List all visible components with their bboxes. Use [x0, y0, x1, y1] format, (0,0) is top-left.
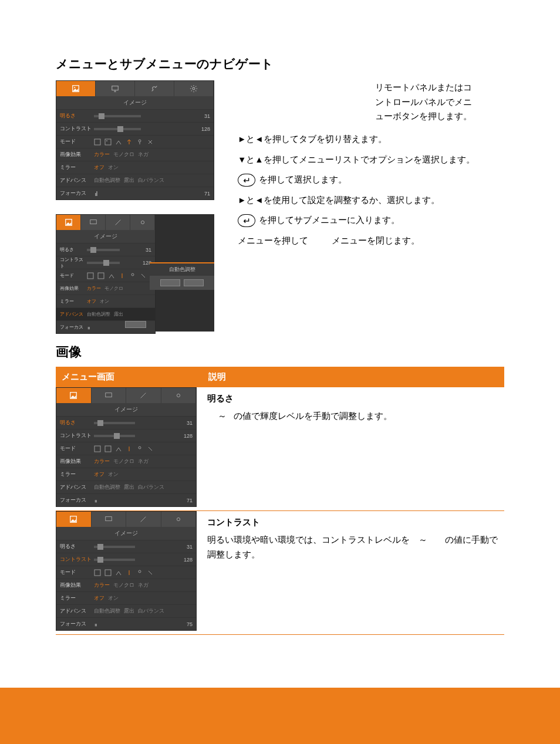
tab-tools-icon — [106, 215, 130, 230]
svg-rect-17 — [96, 191, 97, 194]
tab-settings-icon — [174, 81, 214, 96]
tab-presentation-icon — [96, 81, 135, 96]
instruction-close: メニューを押して メニューを閉じます。 — [238, 234, 504, 248]
svg-point-1 — [74, 87, 75, 88]
osd-row-effect: 画像効果 カラーモノクロネガ — [56, 148, 214, 161]
osd-row-contrast: コントラスト 128 — [56, 122, 214, 135]
svg-rect-33 — [106, 517, 112, 521]
heading-image: 画像 — [56, 343, 504, 361]
tab-tools-icon — [126, 388, 161, 403]
osd-row-brightness: 明るさ 31 — [56, 109, 214, 122]
osd-screenshot-2: イメージ 明るさ31 コントラスト128 モード 画像効果カラーモノクロ ミラー… — [56, 214, 214, 332]
tab-settings-icon — [130, 215, 155, 230]
instruction-adjust: ►と◄を使用して設定を調整するか、選択します。 — [238, 193, 504, 208]
instruction-enter-submenu: を押してサブメニューに入ります。 — [238, 213, 504, 228]
tab-tools-icon — [135, 81, 174, 96]
tab-image-icon — [56, 512, 92, 527]
svg-point-27 — [177, 394, 180, 397]
desc-title-contrast: コントラスト — [207, 517, 500, 528]
svg-line-8 — [191, 86, 192, 87]
osd-screenshot-contrast: イメージ 明るさ31 コントラスト128 モード 画像効果カラーモノクロネガ ミ… — [56, 511, 197, 631]
popup-button — [160, 279, 180, 286]
settings-table: メニュー画面 説明 イメージ — [56, 367, 504, 635]
svg-point-3 — [193, 87, 195, 90]
heading-nav: メニューとサブメニューのナビゲート — [56, 56, 504, 72]
desc-body-contrast: 明るい環境や暗い環境では、コントラストレベルを ～ の値に手動で調整します。 — [207, 533, 500, 562]
enter-icon — [238, 174, 255, 187]
svg-point-34 — [177, 518, 180, 520]
instruction-option-select: ▼と▲を押してメニューリストでオプションを選択します。 — [238, 153, 504, 167]
svg-point-23 — [131, 273, 134, 276]
table-row: イメージ 明るさ31 コントラスト128 モード 画像効果カラーモノクロネガ ミ… — [56, 511, 504, 635]
popup-button — [125, 321, 146, 328]
svg-line-9 — [195, 90, 196, 91]
page-footer — [0, 688, 560, 744]
svg-rect-21 — [87, 273, 93, 279]
osd-popup: 自動色調整 — [150, 262, 214, 290]
tab-settings-icon — [161, 388, 197, 403]
tab-image-icon — [56, 388, 92, 403]
svg-point-20 — [141, 221, 144, 224]
desc-title-brightness: 明るさ — [207, 393, 500, 404]
svg-line-10 — [191, 90, 192, 91]
tab-tools-icon — [126, 512, 161, 527]
col-description: 説明 — [203, 367, 504, 387]
osd-row-mirror: ミラー オフオン — [56, 161, 214, 174]
svg-point-15 — [139, 140, 141, 142]
tab-image-icon — [56, 215, 81, 230]
svg-rect-36 — [105, 570, 111, 576]
svg-rect-38 — [95, 624, 97, 626]
instruction-enter-select: を押して選択します。 — [238, 173, 504, 187]
svg-line-11 — [195, 86, 196, 87]
svg-point-30 — [139, 447, 141, 449]
tab-settings-icon — [161, 512, 197, 527]
svg-rect-24 — [88, 327, 90, 329]
tab-presentation-icon — [92, 388, 127, 403]
table-row: イメージ 明るさ31 コントラスト128 モード 画像効果カラーモノクロネガ ミ… — [56, 387, 504, 511]
osd-row-mode: モード — [56, 135, 214, 148]
tab-presentation-icon — [92, 512, 127, 527]
osd-screenshot-brightness: イメージ 明るさ31 コントラスト128 モード 画像効果カラーモノクロネガ ミ… — [56, 387, 197, 507]
svg-rect-35 — [95, 570, 100, 576]
svg-point-14 — [106, 140, 107, 141]
enter-icon — [238, 214, 255, 227]
svg-rect-28 — [95, 446, 100, 452]
instruction-intro: リモートパネルまたはコントロールパネルでメニューボタンを押します。 — [375, 80, 478, 124]
svg-rect-12 — [95, 139, 100, 145]
svg-point-37 — [139, 570, 141, 573]
svg-rect-26 — [106, 393, 112, 397]
osd-screenshot-1: イメージ 明るさ 31 コントラスト 128 モード — [56, 80, 214, 200]
desc-body-brightness: ～ の値で輝度レベルを手動で調整します。 — [207, 409, 500, 424]
osd-subtitle: イメージ — [56, 96, 214, 109]
osd-row-advance: アドバンス 自動色調整露出白バランス — [56, 174, 214, 187]
svg-rect-31 — [95, 500, 97, 502]
col-menu-screen: メニュー画面 — [56, 367, 203, 387]
popup-button — [184, 279, 204, 286]
svg-rect-2 — [112, 86, 119, 90]
instruction-tab-switch: ►と◄を押してタブを切り替えます。 — [238, 132, 504, 147]
svg-rect-29 — [105, 446, 111, 452]
osd-row-focus: フォーカス 71 — [56, 187, 214, 199]
tab-image-icon — [56, 81, 96, 96]
svg-rect-19 — [90, 220, 96, 224]
tab-presentation-icon — [81, 215, 106, 230]
svg-rect-22 — [98, 273, 104, 279]
svg-rect-13 — [105, 139, 111, 145]
